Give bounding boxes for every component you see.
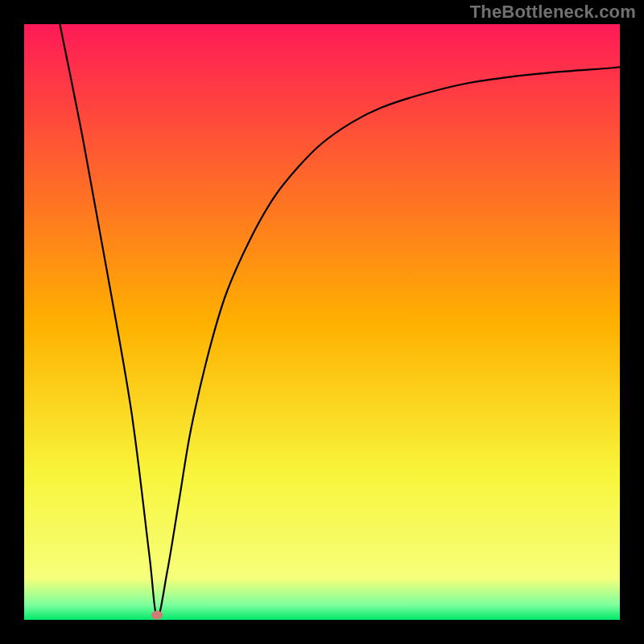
min-marker	[151, 611, 163, 620]
plot-svg	[24, 24, 620, 620]
watermark-text: TheBottleneck.com	[470, 2, 636, 23]
plot-area	[24, 24, 620, 620]
gradient-background	[24, 24, 620, 620]
chart-frame: TheBottleneck.com	[0, 0, 644, 644]
